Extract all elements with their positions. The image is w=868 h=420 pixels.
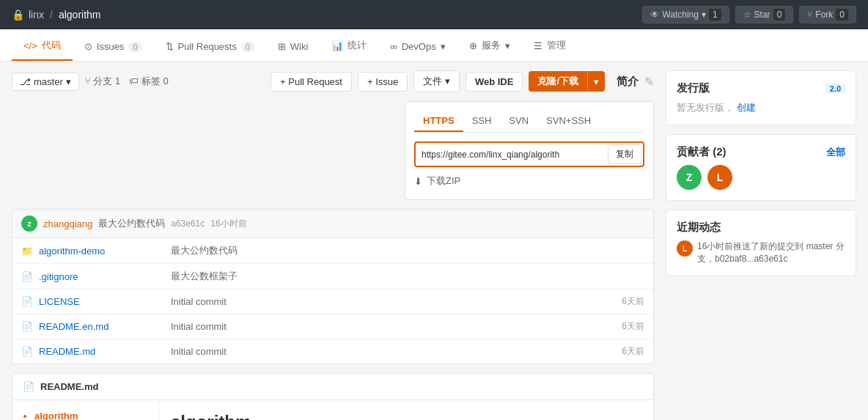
file-msg-2: Initial commit xyxy=(171,296,600,307)
branch-dropdown-icon: ▾ xyxy=(66,76,71,87)
git-branch-icon: ⎇ xyxy=(20,76,31,87)
folder-icon: 📁 xyxy=(21,246,33,257)
download-label: 下载ZIP xyxy=(427,174,460,188)
tab-manage-label: 管理 xyxy=(547,39,566,52)
repo-title: 🔒 linx / algorithm xyxy=(12,9,101,21)
fork-small-icon: ⑂ xyxy=(85,75,91,86)
sidebar-recent: 近期动态 L 16小时前推送了新的提交到 master 分支，b02baf8..… xyxy=(666,210,856,276)
file-icon: 📄 xyxy=(21,296,33,307)
tab-code-label: 代码 xyxy=(42,39,61,52)
table-row: 📄 README.en.md Initial commit 6天前 xyxy=(12,314,653,339)
tab-stats-label: 统计 xyxy=(347,39,367,52)
readme-title: README.md xyxy=(40,381,98,392)
download-zip-row[interactable]: ⬇ 下载ZIP xyxy=(414,167,644,191)
readme-main: algorithm 介绍 算法练习 xyxy=(159,400,653,420)
releases-title-label: 发行版 xyxy=(677,81,710,95)
commit-time: 16小时前 xyxy=(210,218,246,230)
toc-root[interactable]: algorithm xyxy=(34,410,148,420)
readme-file-icon: 📄 xyxy=(23,381,34,392)
tab-manage[interactable]: ☰ 管理 xyxy=(522,32,578,61)
releases-empty-row: 暂无发行版， 创建 xyxy=(677,101,845,114)
clone-button[interactable]: 克隆/下载 xyxy=(529,71,587,92)
web-ide-button[interactable]: Web IDE xyxy=(466,72,523,92)
watching-button[interactable]: 👁 Watching ▾ 1 xyxy=(642,6,729,23)
table-row: 📄 README.md Initial commit 6天前 xyxy=(12,339,653,364)
download-icon: ⬇ xyxy=(414,176,422,187)
tab-wiki[interactable]: ⊞ Wiki xyxy=(266,34,320,61)
edit-icon[interactable]: ✎ xyxy=(644,75,654,89)
commit-row: z zhangqiang 最大公约数代码 a63e61c 16小时前 xyxy=(12,209,654,238)
clone-tab-svnssh[interactable]: SVN+SSH xyxy=(537,111,600,132)
watching-dropdown-icon: ▾ xyxy=(702,10,706,20)
file-msg-0: 最大公约数代码 xyxy=(171,244,600,257)
table-row: 📄 LICENSE Initial commit 6天前 xyxy=(12,290,653,314)
activity-avatar: L xyxy=(677,240,693,257)
tab-issues-label: Issues xyxy=(97,41,125,52)
fork-button[interactable]: ⑂ Fork 0 xyxy=(799,6,856,23)
intro-label: 简介 xyxy=(617,75,639,89)
tab-issues[interactable]: ⊙ Issues 0 xyxy=(73,34,154,61)
clone-dropdown-container: HTTPS SSH SVN SVN+SSH 复制 ⬇ 下载ZIP xyxy=(12,101,654,200)
tab-code[interactable]: </> 代码 xyxy=(12,32,73,61)
stats-icon: 📊 xyxy=(331,40,343,51)
lock-icon: 🔒 xyxy=(12,9,24,21)
clone-copy-button[interactable]: 复制 xyxy=(608,144,641,164)
sidebar: 发行版 2.0 暂无发行版， 创建 贡献者 (2) 全部 Z L xyxy=(666,70,856,420)
tag-icon: 🏷 xyxy=(129,75,139,86)
clone-url-input[interactable] xyxy=(422,150,602,160)
commit-message: 最大公约数代码 xyxy=(98,217,165,230)
contributor-avatar-z[interactable]: Z xyxy=(677,165,702,190)
pull-request-button[interactable]: + Pull Request xyxy=(271,72,352,92)
contributors-all-link[interactable]: 全部 xyxy=(826,146,845,159)
file-name-readme-en[interactable]: README.en.md xyxy=(39,321,171,332)
star-label: Star xyxy=(754,10,770,20)
watching-count: 1 xyxy=(709,9,721,21)
star-icon: ☆ xyxy=(743,10,751,20)
releases-create-link[interactable]: 创建 xyxy=(737,102,756,113)
clone-dropdown-toggle[interactable]: ▾ xyxy=(587,71,605,92)
clone-tab-https[interactable]: HTTPS xyxy=(414,111,463,132)
branch-count-label: 分支 1 xyxy=(93,75,120,86)
table-row: 📄 .gitignore 最大公数框架子 xyxy=(12,264,653,290)
branch-selector[interactable]: ⎇ master ▾ xyxy=(12,73,79,91)
devops-dropdown-icon: ▾ xyxy=(441,41,446,52)
clone-tabs: HTTPS SSH SVN SVN+SSH xyxy=(414,111,644,133)
file-name-gitignore[interactable]: .gitignore xyxy=(39,271,171,282)
tab-stats[interactable]: 📊 统计 xyxy=(320,32,378,61)
file-button[interactable]: 文件 ▾ xyxy=(413,70,460,92)
tab-pullrequests[interactable]: ⇅ Pull Requests 0 xyxy=(154,34,266,61)
readme-section: 📄 README.md algorithm 介绍 软件架构 安装教程 algor… xyxy=(12,373,654,420)
file-icon: 📄 xyxy=(21,271,33,282)
watching-label: Watching xyxy=(662,10,699,20)
issues-icon: ⊙ xyxy=(84,41,92,52)
eye-icon: 👁 xyxy=(650,10,659,20)
clone-tab-svn[interactable]: SVN xyxy=(500,111,537,132)
file-table: 📁 algorithm-demo 最大公约数代码 📄 .gitignore 最大… xyxy=(12,238,654,364)
wiki-icon: ⊞ xyxy=(278,41,286,52)
file-name-readme[interactable]: README.md xyxy=(39,346,171,357)
commit-hash[interactable]: a63e61c xyxy=(171,218,205,229)
contributor-avatar-l[interactable]: L xyxy=(707,165,732,190)
tab-services[interactable]: ⊕ 服务 ▾ xyxy=(457,32,522,61)
fork-label: Fork xyxy=(815,10,833,20)
issue-button[interactable]: + Issue xyxy=(358,72,408,92)
file-name-algorithm-demo[interactable]: algorithm-demo xyxy=(39,246,171,257)
branch-name: master xyxy=(34,76,63,87)
file-msg-1: 最大公数框架子 xyxy=(171,270,600,283)
manage-icon: ☰ xyxy=(534,40,542,51)
readme-toc: algorithm 介绍 软件架构 安装教程 xyxy=(12,400,159,420)
nav-tabs: </> 代码 ⊙ Issues 0 ⇅ Pull Requests 0 ⊞ Wi… xyxy=(0,29,868,62)
file-time-4: 6天前 xyxy=(600,345,644,358)
commit-author-avatar: z xyxy=(21,215,37,232)
file-name-license[interactable]: LICENSE xyxy=(39,296,171,307)
fork-icon: ⑂ xyxy=(807,10,812,20)
clone-url-row: 复制 xyxy=(414,141,644,167)
contributors-title: 贡献者 (2) 全部 xyxy=(677,145,845,159)
recent-activity-text: 16小时前推送了新的提交到 master 分支，b02baf8...a63e61… xyxy=(697,240,845,265)
clone-tab-ssh[interactable]: SSH xyxy=(463,111,501,132)
topbar-actions: 👁 Watching ▾ 1 ☆ Star 0 ⑂ Fork 0 xyxy=(642,6,856,23)
tab-devops[interactable]: ∞ DevOps ▾ xyxy=(378,34,457,61)
clone-btn-group: 克隆/下载 ▾ xyxy=(529,71,605,92)
star-button[interactable]: ☆ Star 0 xyxy=(735,6,794,23)
contributors-title-label: 贡献者 (2) xyxy=(677,145,727,159)
